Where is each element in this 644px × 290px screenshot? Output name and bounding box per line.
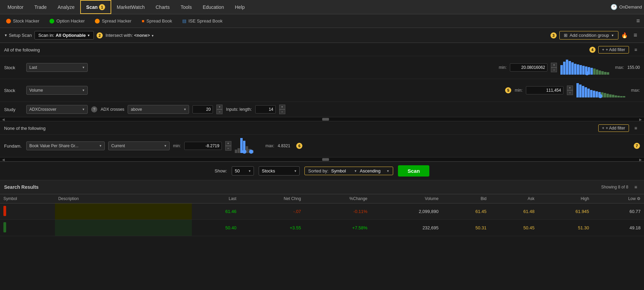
filter-field-last-select[interactable]: Last Volume High Low	[26, 63, 88, 72]
sort-order-select[interactable]: Ascending Descending	[360, 168, 389, 173]
cell-high-1: 61.945	[538, 203, 592, 220]
none-following-title: None of the following	[4, 126, 45, 131]
spread-book-icon: ■	[142, 18, 144, 24]
scroll-right-arrow-none[interactable]: ▶	[639, 158, 642, 162]
adx-direction-wrapper[interactable]: above below	[128, 105, 189, 114]
cell-high-2: 51.30	[538, 220, 592, 236]
none-section-scrollbar[interactable]: ◀ ▶	[0, 157, 644, 161]
adx-spinner-up[interactable]: +	[216, 105, 223, 109]
help-circle-icon[interactable]: ?	[91, 106, 97, 112]
tab-ise-spread-book[interactable]: ▤ ISE Spread Book	[177, 16, 227, 27]
length-spinner-up[interactable]: +	[279, 105, 285, 109]
scan-in-button[interactable]: Scan in: All Optionable ▼	[34, 31, 94, 40]
filter-field-fundam-wrapper[interactable]: Book Value Per Share Gr... EPS P/E Ratio	[26, 141, 105, 150]
setup-scan-menu-icon[interactable]: ≡	[631, 30, 640, 40]
filter-min-input-fundam[interactable]	[184, 142, 222, 150]
filter-field-volume-select[interactable]: Volume Last High	[26, 86, 88, 95]
adx-spinner-down[interactable]: −	[216, 109, 223, 114]
range-dot-min-1[interactable]	[585, 71, 589, 75]
range-dot-min-2[interactable]	[598, 94, 602, 98]
adx-value-input[interactable]	[192, 105, 213, 113]
ondemand-button[interactable]: 🕐 OnDemand	[611, 4, 642, 10]
setup-scan-label: ▼ Setup Scan	[4, 33, 32, 38]
adx-direction-select[interactable]: above below	[128, 105, 189, 114]
filter-min-input-2[interactable]	[526, 86, 563, 94]
none-add-filter-button[interactable]: + + Add filter	[598, 124, 629, 132]
hbar	[612, 95, 614, 97]
filter-field-adx-select[interactable]: ADXCrossover MACrossover RSI	[26, 105, 88, 114]
tab-spread-book[interactable]: ■ Spread Book	[137, 16, 177, 27]
cell-last-2: 50.40	[192, 220, 240, 236]
spinner-up-1[interactable]: +	[551, 63, 557, 67]
setup-scan-bar: ▼ Setup Scan Scan in: All Optionable ▼ 2…	[0, 28, 644, 43]
length-value-input[interactable]	[255, 105, 276, 113]
stock-hacker-dot	[6, 19, 11, 24]
second-nav-menu-icon[interactable]: ≡	[633, 16, 643, 26]
nav-help[interactable]: Help	[229, 0, 250, 14]
nav-trade[interactable]: Trade	[29, 0, 52, 14]
tab-option-hacker[interactable]: Option Hacker	[45, 16, 89, 27]
sort-field-wrapper[interactable]: Symbol Last Volume %Change	[331, 168, 357, 173]
length-spinner-down[interactable]: −	[279, 109, 285, 114]
spinner-down-fundam[interactable]: −	[225, 146, 231, 151]
add-condition-button[interactable]: ⊞ Add condition group ▼	[559, 31, 619, 40]
hbar	[596, 70, 598, 75]
flame-icon[interactable]: 🔥	[621, 32, 628, 39]
table-row[interactable]: 50.40 +3.55 +7.58% 232,695 50.31 50.45 5…	[0, 220, 644, 236]
show-count-wrapper[interactable]: 50 25 100 200	[232, 166, 254, 175]
scroll-left-arrow[interactable]: ◀	[2, 118, 5, 121]
spinner-down-1[interactable]: −	[551, 67, 557, 72]
hbar	[560, 65, 563, 75]
add-filter-button[interactable]: + + Add filter	[598, 46, 629, 54]
scroll-left-arrow-none[interactable]: ◀	[2, 158, 5, 162]
all-section-scrollbar[interactable]: ◀ ▶	[0, 117, 644, 121]
col-last: Last	[192, 194, 240, 203]
cell-ask-1: 61.48	[490, 203, 538, 220]
nav-marketwatch[interactable]: MarketWatch	[111, 0, 150, 14]
show-count-select[interactable]: 50 25 100 200	[232, 166, 254, 175]
asset-type-select[interactable]: Stocks ETFs Mutual Funds	[259, 166, 300, 175]
nav-tools[interactable]: Tools	[175, 0, 197, 14]
spinner-up-2[interactable]: +	[567, 86, 573, 90]
scan-button[interactable]: Scan	[398, 165, 429, 177]
sort-field-select[interactable]: Symbol Last Volume %Change	[331, 168, 357, 173]
filter-row-fundam: Fundam. Book Value Per Share Gr... EPS P…	[0, 134, 644, 157]
search-results-menu-icon[interactable]: ≡	[632, 183, 640, 191]
nav-scan[interactable]: Scan 1	[80, 0, 111, 14]
table-row[interactable]: 61.46 -.07 -0.11% 2,099,890 61.45 61.48 …	[0, 203, 644, 220]
hbar	[566, 60, 568, 75]
show-label: Show:	[215, 168, 227, 173]
range-dot-max-fundam[interactable]	[249, 150, 253, 154]
filter-min-input-1[interactable]	[510, 63, 547, 72]
nav-monitor[interactable]: Monitor	[2, 0, 29, 14]
asset-type-wrapper[interactable]: Stocks ETFs Mutual Funds	[259, 166, 300, 175]
filter-field-volume-wrapper[interactable]: Volume Last High	[26, 86, 88, 95]
tab-stock-hacker[interactable]: Stock Hacker	[1, 16, 44, 27]
filter-period-select[interactable]: Current 1 Year Ago 2 Years Ago	[108, 141, 170, 150]
scroll-thumb-horizontal-none[interactable]	[322, 158, 329, 161]
hbar	[576, 83, 579, 97]
tab-spread-hacker[interactable]: Spread Hacker	[90, 16, 136, 27]
filter-field-fundam-select[interactable]: Book Value Per Share Gr... EPS P/E Ratio	[26, 141, 105, 150]
none-section-menu-icon[interactable]: ≡	[632, 124, 640, 132]
sort-order-wrapper[interactable]: Ascending Descending	[360, 168, 389, 173]
nav-education[interactable]: Education	[197, 0, 229, 14]
all-section-menu-icon[interactable]: ≡	[632, 46, 640, 54]
filter-spinner-2: + −	[567, 86, 573, 95]
condition-badge: 3	[550, 32, 557, 39]
option-hacker-dot	[49, 19, 54, 24]
filter-field-last-wrapper[interactable]: Last Volume High Low	[26, 63, 88, 72]
filter-period-wrapper[interactable]: Current 1 Year Ago 2 Years Ago	[108, 141, 170, 150]
hbar	[587, 89, 590, 97]
filter-field-adx-wrapper[interactable]: ADXCrossover MACrossover RSI	[26, 105, 88, 114]
nav-charts[interactable]: Charts	[150, 0, 175, 14]
nav-analyze[interactable]: Analyze	[52, 0, 80, 14]
spinner-up-fundam[interactable]: +	[225, 141, 231, 146]
scroll-thumb-horizontal[interactable]	[322, 118, 329, 121]
range-dot-min-fundam[interactable]	[242, 150, 246, 154]
filter-spinner-fundam: + −	[225, 141, 231, 151]
col-bid: Bid	[442, 194, 490, 203]
all-following-section: All of the following 4 + + Add filter ≡ …	[0, 43, 644, 121]
scroll-right-arrow[interactable]: ▶	[639, 118, 642, 121]
spinner-down-2[interactable]: −	[567, 90, 573, 95]
